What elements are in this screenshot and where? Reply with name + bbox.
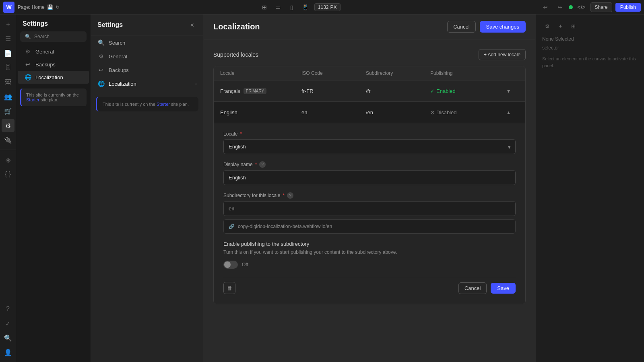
pages-icon[interactable]: 📄 xyxy=(2,47,14,60)
viewport-tablet-l[interactable]: ▭ xyxy=(272,2,284,13)
navigator-icon[interactable]: ☰ xyxy=(2,32,14,45)
localization-cancel-button[interactable]: Cancel xyxy=(447,21,475,33)
settings-rail: Settings 🔍 Search ⚙ General ↩ Backups 🌐 … xyxy=(16,14,91,362)
assets-icon[interactable]: 🖼 xyxy=(2,76,14,88)
subdirectory-label: Subdirectory for this locale * ? xyxy=(223,192,516,199)
nav-item-localization[interactable]: 🌐 Localization › xyxy=(91,77,203,90)
localization-title: Localization xyxy=(213,22,260,31)
selector-text: selector xyxy=(542,45,638,51)
search-nav-label: Search xyxy=(109,40,125,46)
form-actions: 🗑 Cancel Save xyxy=(223,277,516,294)
supported-locales-title: Supported locales xyxy=(213,51,258,58)
viewport-controls: ⊞ ▭ ▯ 📱 xyxy=(259,2,311,13)
localization-nav-arrow: › xyxy=(195,81,197,86)
trash-icon: 🗑 xyxy=(227,285,232,291)
subdirectory-input[interactable] xyxy=(223,201,516,216)
tasks-icon[interactable]: ✓ xyxy=(2,317,14,330)
settings-modal-starter-link[interactable]: Starter xyxy=(157,102,170,107)
nav-item-search[interactable]: 🔍 Search xyxy=(91,36,203,49)
form-cancel-button[interactable]: Cancel xyxy=(458,282,487,294)
style-icon[interactable]: ⚙ xyxy=(542,21,553,31)
backups-label: Backups xyxy=(35,62,56,68)
url-preview-text: copy-digidop-localization-beta.webflow.i… xyxy=(238,224,332,229)
backups-nav-label: Backups xyxy=(109,67,129,73)
link-icon: 🔗 xyxy=(229,224,235,229)
cms-icon[interactable]: 🗄 xyxy=(2,61,14,74)
francais-expand-button[interactable]: ▾ xyxy=(503,85,514,97)
locale-row-english: English en /en ⊘ Disabled ▴ xyxy=(214,102,525,123)
display-name-help-icon[interactable]: ? xyxy=(259,161,266,168)
save-icon[interactable]: 💾 xyxy=(47,4,53,10)
locale-code-francais: fr-FR xyxy=(301,88,366,94)
ecommerce-icon[interactable]: 🛒 xyxy=(2,105,14,117)
code-view-button[interactable]: </> xyxy=(576,2,587,13)
starter-link[interactable]: Starter xyxy=(26,97,39,102)
viewport-desktop[interactable]: ⊞ xyxy=(259,2,270,13)
element-settings-icon[interactable]: ⊞ xyxy=(568,21,578,31)
settings-search-input[interactable]: 🔍 Search xyxy=(20,31,87,42)
locale-table-header: Locale ISO Code Subdirectory Publishing xyxy=(214,66,525,80)
share-button[interactable]: Share xyxy=(590,2,612,12)
settings-rail-item-general[interactable]: ⚙ General xyxy=(18,45,89,58)
users-icon[interactable]: 👥 xyxy=(2,90,14,103)
viewport-mobile[interactable]: 📱 xyxy=(300,2,311,13)
search-canvas-icon[interactable]: 🔍 xyxy=(2,331,14,344)
form-save-button[interactable]: Save xyxy=(491,283,516,294)
right-panel-header: ⚙ ✦ ⊞ xyxy=(542,21,638,31)
english-expanded-form: Locale * English Display name xyxy=(214,123,525,304)
help-icon[interactable]: ? xyxy=(2,302,14,315)
toggle-row: Off xyxy=(223,261,516,269)
locale-table: Locale ISO Code Subdirectory Publishing … xyxy=(213,66,526,304)
code-icon[interactable]: { } xyxy=(2,168,14,181)
locale-select-wrap: English xyxy=(223,139,516,154)
redo-button[interactable]: ↪ xyxy=(554,2,566,13)
url-preview: 🔗 copy-digidop-localization-beta.webflow… xyxy=(223,219,516,234)
localization-panel: Localization Cancel Save changes Support… xyxy=(204,14,535,362)
undo-button[interactable]: ↩ xyxy=(540,2,551,13)
right-panel-hint: Select an element on the canvas to activ… xyxy=(542,56,638,69)
display-name-required: * xyxy=(255,162,257,167)
settings-rail-item-backups[interactable]: ↩ Backups xyxy=(18,58,89,71)
localization-save-changes-button[interactable]: Save changes xyxy=(480,21,526,33)
preview-icon[interactable]: ↻ xyxy=(56,4,60,10)
locale-name-english: English xyxy=(220,109,301,115)
locale-select[interactable]: English xyxy=(223,139,516,154)
general-label: General xyxy=(35,49,54,55)
search-placeholder: Search xyxy=(34,34,50,39)
publish-button[interactable]: Publish xyxy=(615,3,641,12)
settings-icon[interactable]: ⚙ xyxy=(2,119,14,132)
locale-select-label: Locale * xyxy=(223,131,516,137)
add-locale-button[interactable]: + Add new locale xyxy=(479,49,526,60)
enabled-check-icon: ✓ xyxy=(430,88,435,94)
interactions-icon[interactable]: ✦ xyxy=(555,21,566,31)
publishing-toggle-title: Enable publishing to the subdirectory xyxy=(223,241,516,247)
localization-header: Localization Cancel Save changes xyxy=(204,14,535,39)
viewport-tablet-p[interactable]: ▯ xyxy=(286,2,297,13)
integrations-icon[interactable]: 🔌 xyxy=(2,134,14,146)
localization-icon: 🌐 xyxy=(24,74,31,80)
publishing-toggle-section: Enable publishing to the subdirectory Tu… xyxy=(223,241,516,269)
localization-label: Localization xyxy=(35,74,63,80)
supported-locales-header: Supported locales + Add new locale xyxy=(213,49,526,60)
backups-nav-icon: ↩ xyxy=(97,67,105,73)
col-publishing: Publishing xyxy=(430,70,503,76)
3d-icon[interactable]: ◈ xyxy=(2,153,14,166)
locale-select-group: Locale * English xyxy=(223,131,516,154)
col-actions xyxy=(503,70,519,76)
add-element-icon[interactable]: ＋ xyxy=(2,18,14,31)
nav-item-general[interactable]: ⚙ General xyxy=(91,49,203,63)
toggle-label: Off xyxy=(242,262,248,267)
account-icon[interactable]: 👤 xyxy=(2,346,14,359)
publishing-toggle[interactable] xyxy=(223,261,238,269)
display-name-input[interactable] xyxy=(223,170,516,185)
nav-item-backups[interactable]: ↩ Backups xyxy=(91,63,203,77)
delete-locale-button[interactable]: 🗑 xyxy=(223,282,235,294)
settings-modal-close[interactable]: ✕ xyxy=(187,20,197,30)
settings-rail-item-localization[interactable]: 🌐 Localization xyxy=(18,71,89,84)
canvas-width[interactable]: 1132 PX xyxy=(314,3,341,11)
english-collapse-button[interactable]: ▴ xyxy=(503,107,514,118)
right-panel-icons: ⚙ ✦ ⊞ xyxy=(542,21,578,31)
subdirectory-group: Subdirectory for this locale * ? 🔗 copy-… xyxy=(223,192,516,234)
page-indicator: Page: Home 💾 ↻ xyxy=(18,4,60,10)
subdirectory-help-icon[interactable]: ? xyxy=(287,192,293,199)
